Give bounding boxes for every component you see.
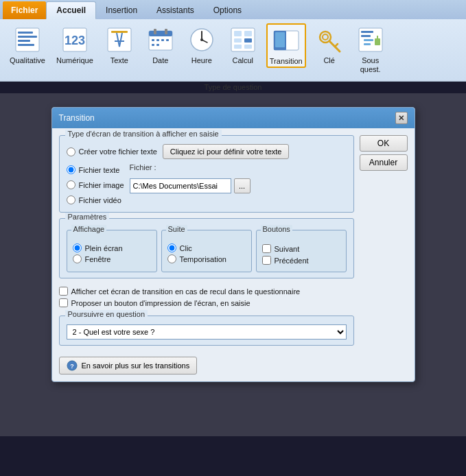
radio-create-text[interactable] <box>67 147 75 156</box>
numerique-label: Numérique <box>56 56 93 65</box>
svg-rect-42 <box>364 39 373 41</box>
ribbon-item-heure[interactable]: Heure <box>184 23 220 67</box>
radio-fichier-texte-label[interactable]: Fichier texte <box>79 166 120 174</box>
checkbox-suivant-label[interactable]: Suivant <box>275 245 300 253</box>
ribbon-item-cle[interactable]: Clé <box>312 23 347 67</box>
checkbox-precedent-label[interactable]: Précédent <box>275 257 309 265</box>
radio-create-text-row: Créer votre fichier texte <box>67 147 157 156</box>
radio-fichier-video[interactable] <box>67 195 75 204</box>
svg-rect-4 <box>18 44 34 46</box>
svg-rect-14 <box>152 39 154 41</box>
poursuivre-select[interactable]: 2 - Quel est votre sexe ? <box>67 324 347 340</box>
radio-clic[interactable] <box>167 243 176 252</box>
radio-fenetre-label[interactable]: Fenêtre <box>85 255 111 263</box>
checkbox-impression-label[interactable]: Proposer un bouton d'impression de l'écr… <box>71 299 251 307</box>
dialog-close-button[interactable]: ✕ <box>395 112 408 124</box>
svg-rect-40 <box>361 31 373 33</box>
checkbox-recul-label[interactable]: Afficher cet écran de transition en cas … <box>71 287 301 296</box>
ribbon-content: Qualitative 123 Numérique Tex <box>0 19 466 81</box>
checkbox-recul[interactable] <box>59 287 68 296</box>
boutons-title: Boutons <box>261 225 292 233</box>
suite-group: Suite Clic Temporisation <box>161 230 252 272</box>
tab-options[interactable]: Options <box>204 1 251 19</box>
type-group-title: Type d'écran de transition à afficher en… <box>65 130 222 138</box>
qualitative-icon <box>12 25 43 55</box>
svg-rect-34 <box>287 32 297 47</box>
svg-rect-43 <box>364 43 371 45</box>
checkbox-precedent[interactable] <box>262 256 271 265</box>
radio-temporisation-label[interactable]: Temporisation <box>180 255 226 263</box>
radio-clic-label[interactable]: Clic <box>180 244 192 252</box>
help-label: En savoir plus sur les transitions <box>82 361 190 370</box>
type-group-inner: Créer votre fichier texte Cliquez ici po… <box>67 144 347 206</box>
cle-icon <box>314 25 345 55</box>
dialog-body: Type d'écran de transition à afficher en… <box>52 128 415 353</box>
dialog-titlebar: Transition ✕ <box>52 108 415 128</box>
ribbon-item-qualitative[interactable]: Qualitative <box>7 23 48 67</box>
ribbon-tabs: Fichier Accueil Insertion Assistants Opt… <box>0 0 466 19</box>
dialog-footer: ? En savoir plus sur les transitions <box>52 353 415 381</box>
checkbox-impression-row: Proposer un bouton d'impression de l'écr… <box>59 298 354 307</box>
dialog-main: Type d'écran de transition à afficher en… <box>59 135 354 346</box>
poursuivre-title: Poursuivre en question <box>65 310 148 318</box>
radio-fichier-video-row: Fichier vidéo <box>67 195 124 204</box>
svg-rect-33 <box>275 32 285 47</box>
tab-insertion[interactable]: Insertion <box>96 1 147 19</box>
qualitative-label: Qualitative <box>10 56 45 65</box>
ribbon-item-date[interactable]: Date <box>143 23 178 67</box>
file-picker-area: Fichier : ... <box>130 163 347 193</box>
tab-accueil[interactable]: Accueil <box>46 1 96 19</box>
dialog-title: Transition <box>59 113 95 123</box>
dialog-backdrop: Transition ✕ Type d'écran de transition … <box>0 93 466 436</box>
help-button[interactable]: ? En savoir plus sur les transitions <box>59 357 198 374</box>
radio-plein-label[interactable]: Plein écran <box>85 244 123 252</box>
radio-fenetre[interactable] <box>73 254 82 263</box>
transition-dialog: Transition ✕ Type d'écran de transition … <box>51 107 415 382</box>
checkbox-suivant[interactable] <box>262 244 271 253</box>
svg-rect-27 <box>234 38 242 43</box>
radio-fichier-video-label[interactable]: Fichier vidéo <box>79 196 121 204</box>
radio-plein-ecran[interactable] <box>73 243 82 252</box>
ribbon-item-numerique[interactable]: 123 Numérique <box>54 23 96 67</box>
poursuivre-dropdown-row: 2 - Quel est votre sexe ? <box>67 324 347 340</box>
ribbon-item-texte[interactable]: Texte <box>102 23 137 67</box>
radio-fichier-image[interactable] <box>67 180 75 189</box>
radio-fenetre-row: Fenêtre <box>73 254 151 263</box>
heure-label: Heure <box>191 56 212 65</box>
cle-label: Clé <box>323 56 335 65</box>
help-icon: ? <box>67 360 78 371</box>
transition-icon <box>271 25 301 56</box>
svg-rect-29 <box>234 45 242 49</box>
svg-text:?: ? <box>70 363 74 370</box>
radio-temporisation[interactable] <box>167 254 176 263</box>
radio-fichier-texte[interactable] <box>67 165 75 174</box>
radio-fichier-image-label[interactable]: Fichier image <box>79 181 124 189</box>
checkbox-precedent-row: Précédent <box>262 256 340 265</box>
ribbon-item-calcul[interactable]: Calcul <box>225 23 261 67</box>
fichier-input[interactable] <box>130 178 231 193</box>
tab-assistants[interactable]: Assistants <box>147 1 204 19</box>
svg-rect-41 <box>361 35 371 37</box>
checkbox-impression[interactable] <box>59 298 68 307</box>
affichage-group: Affichage Plein écran Fenêtre <box>67 230 157 272</box>
tab-fichier[interactable]: Fichier <box>3 1 46 19</box>
poursuivre-group: Poursuivre en question 2 - Quel est votr… <box>59 316 354 346</box>
svg-rect-17 <box>166 39 169 41</box>
svg-rect-19 <box>156 44 159 46</box>
cancel-button[interactable]: Annuler <box>360 154 408 171</box>
params-group: Paramètres Affichage Plein écran Fenêt <box>59 218 354 278</box>
create-text-button[interactable]: Cliquez ici pour définir votre texte <box>163 144 290 159</box>
file-browse-button[interactable]: ... <box>234 178 251 193</box>
svg-rect-18 <box>152 44 154 46</box>
svg-text:123: 123 <box>65 34 85 47</box>
radio-clic-row: Clic <box>167 243 246 252</box>
svg-rect-3 <box>18 40 30 42</box>
ok-button[interactable]: OK <box>360 135 408 152</box>
radio-create-label[interactable]: Créer votre fichier texte <box>79 147 157 156</box>
fichier-label: Fichier : <box>130 163 156 171</box>
numerique-icon: 123 <box>60 25 90 55</box>
ribbon-item-transition[interactable]: Transition <box>266 23 306 68</box>
svg-point-36 <box>323 34 328 40</box>
ribbon-item-sous-quest[interactable]: Sous quest. <box>353 23 388 75</box>
checkbox-recul-row: Afficher cet écran de transition en cas … <box>59 287 354 296</box>
